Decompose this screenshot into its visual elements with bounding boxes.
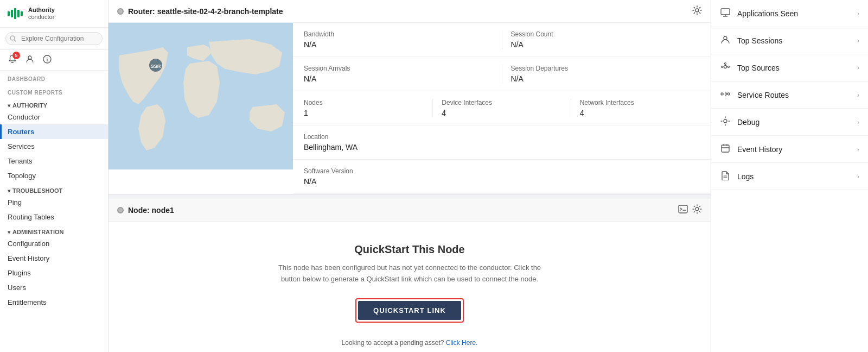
network-icon bbox=[720, 62, 731, 73]
stats-row-4: Location Bellingham, WA bbox=[293, 125, 711, 160]
router-body: SSR Bandwidth N/A Session Count N/A bbox=[108, 23, 711, 194]
logs-label: Logs bbox=[737, 172, 754, 181]
stat-network-interfaces: Network Interfaces 4 bbox=[580, 99, 700, 117]
sidebar-item-event-history[interactable]: Event History bbox=[0, 251, 108, 266]
router-settings-button[interactable] bbox=[692, 5, 702, 17]
right-panel-applications-seen[interactable]: Applications Seen › bbox=[711, 0, 868, 27]
person-icon bbox=[720, 35, 731, 46]
svg-rect-0 bbox=[8, 11, 10, 16]
chevron-right-icon: › bbox=[857, 146, 859, 153]
stats-row-2: Session Arrivals N/A Session Departures … bbox=[293, 57, 711, 91]
node-settings-button[interactable] bbox=[692, 204, 702, 216]
right-panel-event-history[interactable]: Event History › bbox=[711, 136, 868, 163]
sidebar-item-users[interactable]: Users bbox=[0, 280, 108, 295]
stat-location: Location Bellingham, WA bbox=[304, 133, 700, 152]
svg-rect-3 bbox=[17, 10, 20, 17]
applications-seen-label: Applications Seen bbox=[737, 9, 798, 18]
svg-text:SSR: SSR bbox=[151, 64, 161, 69]
stat-software-version: Software Version N/A bbox=[304, 167, 700, 186]
sidebar-item-plugins[interactable]: Plugins bbox=[0, 266, 108, 280]
sidebar-item-ping[interactable]: Ping bbox=[0, 195, 108, 210]
notifications-button[interactable]: 5 bbox=[8, 54, 17, 66]
quickstart-btn-wrapper: QUICKSTART LINK bbox=[355, 298, 464, 323]
sidebar-item-configuration[interactable]: Configuration bbox=[0, 236, 108, 251]
stats-row-3: Nodes 1 Device Interfaces 4 Network Inte… bbox=[293, 91, 711, 125]
chevron-right-icon: › bbox=[857, 91, 859, 99]
chevron-icon: ▾ bbox=[8, 103, 10, 109]
stat-bandwidth: Bandwidth N/A bbox=[304, 30, 493, 49]
node-terminal-button[interactable] bbox=[678, 204, 688, 216]
svg-rect-14 bbox=[679, 205, 687, 213]
node-title-area: Node: node1 bbox=[117, 206, 174, 215]
notification-badge: 5 bbox=[12, 52, 20, 59]
svg-line-6 bbox=[15, 40, 16, 42]
node-body: QuickStart This Node This node has been … bbox=[108, 222, 711, 352]
group-administration: ▾ ADMINISTRATION bbox=[0, 224, 108, 236]
chevron-icon: ▾ bbox=[8, 229, 10, 235]
top-sources-label: Top Sources bbox=[737, 64, 780, 72]
right-panel: Applications Seen › Top Sessions › bbox=[711, 0, 868, 352]
search-input[interactable] bbox=[5, 32, 103, 45]
svg-point-26 bbox=[721, 93, 723, 95]
world-map: SSR bbox=[108, 23, 293, 169]
sidebar: Authority conductor 5 bbox=[0, 0, 108, 352]
node-section: Node: node1 Quick bbox=[108, 199, 711, 352]
search-icon bbox=[10, 35, 16, 42]
sidebar-item-entitlements[interactable]: Entitlements bbox=[0, 295, 108, 310]
search-area bbox=[0, 28, 108, 50]
svg-point-5 bbox=[10, 36, 15, 40]
svg-point-20 bbox=[722, 66, 723, 68]
section-label-custom-reports: CUSTOM REPORTS bbox=[0, 84, 108, 98]
chevron-right-icon: › bbox=[857, 118, 859, 126]
debug-icon bbox=[720, 116, 731, 128]
toolbar-icons: 5 i bbox=[0, 50, 108, 71]
click-here-link[interactable]: Click Here. bbox=[446, 339, 478, 347]
right-panel-service-routes[interactable]: Service Routes › bbox=[711, 81, 868, 109]
router-title-area: Router: seattle-site-02-4-2-branch-templ… bbox=[117, 7, 283, 16]
right-panel-logs[interactable]: Logs › bbox=[711, 163, 868, 190]
stat-session-departures: Session Departures N/A bbox=[511, 65, 700, 83]
sidebar-item-routing-tables[interactable]: Routing Tables bbox=[0, 210, 108, 224]
svg-rect-1 bbox=[11, 10, 13, 17]
nav-section-dashboard: DASHBOARD bbox=[0, 71, 108, 84]
terminal-icon bbox=[678, 204, 688, 214]
pending-asset-text: Looking to accept a pending asset? Click… bbox=[342, 339, 478, 347]
monitor-icon bbox=[720, 8, 731, 19]
stats-row-5: Software Version N/A bbox=[293, 160, 711, 194]
stats-row-1: Bandwidth N/A Session Count N/A bbox=[293, 23, 711, 57]
stat-device-interfaces: Device Interfaces 4 bbox=[442, 99, 561, 117]
section-label-dashboard: DASHBOARD bbox=[0, 71, 108, 84]
node-status-dot bbox=[117, 207, 124, 213]
right-panel-debug[interactable]: Debug › bbox=[711, 109, 868, 136]
user-icon bbox=[25, 54, 35, 64]
right-panel-top-sessions[interactable]: Top Sessions › bbox=[711, 27, 868, 54]
stat-session-count: Session Count N/A bbox=[511, 30, 700, 49]
info-button[interactable]: i bbox=[42, 54, 52, 66]
user-button[interactable] bbox=[25, 54, 35, 66]
sidebar-item-routers[interactable]: Routers bbox=[0, 124, 108, 139]
chevron-right-icon: › bbox=[857, 10, 859, 17]
node-header: Node: node1 bbox=[108, 199, 711, 222]
sidebar-item-tenants[interactable]: Tenants bbox=[0, 154, 108, 168]
quickstart-desc: This node has been configured but has no… bbox=[269, 262, 551, 285]
node-actions bbox=[678, 204, 702, 216]
svg-point-28 bbox=[724, 120, 727, 123]
stat-session-arrivals: Session Arrivals N/A bbox=[304, 65, 493, 83]
sidebar-item-services[interactable]: Services bbox=[0, 139, 108, 154]
debug-label: Debug bbox=[737, 118, 760, 127]
event-history-label: Event History bbox=[737, 145, 782, 154]
chevron-right-icon: › bbox=[857, 37, 859, 45]
group-authority: ▾ AUTHORITY bbox=[0, 98, 108, 110]
router-stats: Bandwidth N/A Session Count N/A Session … bbox=[293, 23, 711, 194]
main-content: Router: seattle-site-02-4-2-branch-templ… bbox=[108, 0, 711, 352]
right-panel-top-sources[interactable]: Top Sources › bbox=[711, 54, 868, 81]
file-icon bbox=[720, 171, 731, 182]
routes-icon bbox=[720, 89, 731, 100]
gear-icon bbox=[692, 204, 702, 214]
sidebar-item-topology[interactable]: Topology bbox=[0, 168, 108, 183]
map-container: SSR bbox=[108, 23, 293, 169]
sidebar-item-conductor[interactable]: Conductor bbox=[0, 110, 108, 124]
calendar-icon bbox=[720, 143, 731, 155]
quickstart-link-button[interactable]: QUICKSTART LINK bbox=[358, 301, 461, 320]
svg-point-21 bbox=[728, 66, 730, 68]
